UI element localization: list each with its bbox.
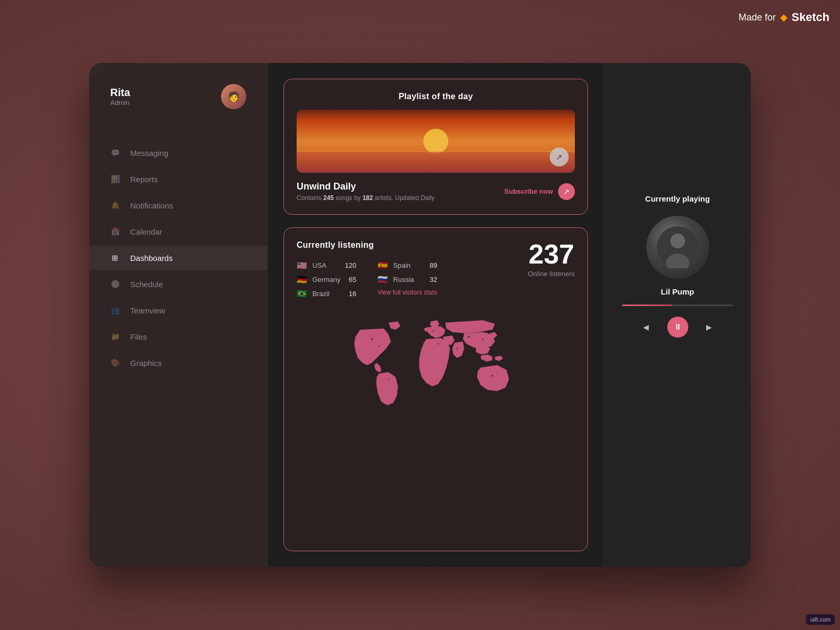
flag-brazil: 🇧🇷: [297, 289, 307, 299]
playlist-info: Unwind Daily Contains 245 songs by 182 a…: [297, 181, 575, 202]
schedule-icon: 🕐: [110, 279, 120, 289]
user-role: Admin: [110, 99, 215, 107]
sidebar-item-graphics[interactable]: 🎨 Graphics: [89, 351, 267, 375]
svg-point-5: [379, 345, 380, 347]
country-count-russia: 32: [429, 276, 437, 284]
sidebar-label-notifications: Notifications: [130, 201, 173, 210]
album-art-inner: [646, 216, 709, 279]
country-name-usa: USA: [312, 261, 340, 269]
playlist-card-title: Playlist of the day: [297, 92, 575, 101]
playlist-name: Unwind Daily: [297, 181, 435, 192]
meta-suffix: artists. Updated Daily: [373, 194, 434, 202]
subscribe-area: Subscribe now ↗: [505, 183, 575, 200]
sidebar-item-schedule[interactable]: 🕐 Schedule: [89, 272, 267, 296]
prev-button[interactable]: ◀: [638, 319, 655, 335]
sketch-name: Sketch: [792, 10, 830, 24]
sidebar-label-files: Files: [130, 332, 147, 341]
country-name-spain: Spain: [393, 261, 424, 269]
subscribe-text[interactable]: Subscribe now: [505, 187, 553, 195]
svg-point-11: [456, 348, 458, 350]
flag-spain: 🇪🇸: [377, 260, 388, 270]
listening-card-title: Currently listening: [297, 240, 437, 250]
calendar-icon: 📅: [110, 227, 120, 236]
next-button[interactable]: ▶: [701, 319, 718, 335]
dashboards-icon: ⊞: [110, 253, 120, 262]
svg-point-1: [423, 129, 448, 154]
subscribe-button[interactable]: ↗: [558, 183, 575, 200]
view-stats-link[interactable]: View full visitors stats: [377, 289, 437, 296]
online-count: 237 Online listeners: [528, 240, 575, 278]
share-button[interactable]: ↗: [550, 148, 569, 166]
sidebar-item-reports[interactable]: 📊 Reports: [89, 167, 267, 191]
track-name: Lil Pump: [617, 287, 738, 296]
country-count-spain: 89: [429, 261, 437, 269]
sidebar-label-dashboards: Dashboards: [130, 254, 173, 262]
online-number: 237: [528, 240, 575, 268]
album-art-svg: [657, 226, 699, 268]
made-for-text: Made for: [739, 12, 776, 23]
sidebar-label-graphics: Graphics: [130, 359, 162, 368]
sidebar-label-messaging: Messaging: [130, 149, 169, 158]
playlist-details: Unwind Daily Contains 245 songs by 182 a…: [297, 181, 435, 202]
stats-countries: Currently listening 🇺🇸 USA 120 🇩🇪 German…: [297, 240, 437, 309]
right-panel: Currently playing Lil Pump ◀ ⏸ ▶: [604, 63, 751, 567]
sunset-image: [297, 110, 575, 173]
main-card: Rita Admin 🧑 💬 Messaging 📊 Reports 🔔 Not…: [89, 63, 751, 567]
country-row-brazil: 🇧🇷 Brazil 16: [297, 287, 356, 301]
sidebar-item-files[interactable]: 📁 Files: [89, 324, 267, 349]
watermark-text: ui8.com: [810, 616, 831, 623]
sidebar-item-messaging[interactable]: 💬 Messaging: [89, 141, 267, 165]
playlist-image-bg: [297, 110, 575, 173]
files-icon: 📁: [110, 332, 120, 341]
pause-button[interactable]: ⏸: [667, 317, 688, 338]
flag-russia: 🇷🇺: [377, 275, 388, 285]
user-name: Rita: [110, 87, 215, 99]
country-name-russia: Russia: [393, 276, 424, 284]
svg-point-7: [437, 343, 439, 345]
meta-prefix: Contains: [297, 194, 323, 202]
sidebar-navigation: 💬 Messaging 📊 Reports 🔔 Notifications 📅 …: [89, 141, 267, 375]
world-map: [297, 316, 575, 410]
meta-middle: songs by: [334, 194, 363, 202]
album-art: [646, 216, 709, 279]
watermark: ui8.com: [806, 614, 835, 625]
svg-point-8: [468, 336, 470, 338]
reports-icon: 📊: [110, 174, 120, 184]
country-row-usa: 🇺🇸 USA 120: [297, 258, 356, 272]
sidebar-item-calendar[interactable]: 📅 Calendar: [89, 219, 267, 244]
playlist-image: ↗: [297, 110, 575, 173]
playlist-meta: Contains 245 songs by 182 artists. Updat…: [297, 194, 435, 202]
song-count: 245: [323, 194, 334, 202]
country-row-spain: 🇪🇸 Spain 89: [377, 258, 437, 272]
graphics-icon: 🎨: [110, 358, 120, 368]
user-profile: Rita Admin 🧑: [89, 84, 267, 109]
country-count-brazil: 16: [349, 290, 356, 298]
main-content: Playlist of the day: [268, 63, 604, 567]
svg-point-14: [670, 234, 685, 248]
progress-fill: [622, 304, 672, 306]
country-row-russia: 🇷🇺 Russia 32: [377, 272, 437, 287]
flag-germany: 🇩🇪: [297, 275, 307, 285]
sidebar-label-teamview: Teamview: [130, 306, 165, 315]
sidebar-item-dashboards[interactable]: ⊞ Dashboards: [89, 246, 267, 270]
sidebar-label-reports: Reports: [130, 175, 158, 184]
listening-card: Currently listening 🇺🇸 USA 120 🇩🇪 German…: [284, 227, 588, 551]
avatar: 🧑: [221, 84, 246, 109]
stats-header: Currently listening 🇺🇸 USA 120 🇩🇪 German…: [297, 240, 575, 309]
svg-point-4: [371, 338, 373, 340]
country-count-usa: 120: [345, 261, 356, 269]
sketch-badge: Made for ◆ Sketch: [739, 10, 830, 24]
teamview-icon: 👥: [110, 306, 120, 315]
sketch-logo: ◆: [780, 12, 788, 23]
player-controls: ◀ ⏸ ▶: [617, 317, 738, 338]
svg-point-9: [482, 339, 484, 340]
svg-point-10: [491, 375, 494, 377]
sidebar-label-schedule: Schedule: [130, 280, 163, 289]
progress-bar[interactable]: [622, 304, 733, 306]
country-name-germany: Germany: [312, 276, 343, 284]
sidebar-item-teamview[interactable]: 👥 Teamview: [89, 298, 267, 322]
country-row-germany: 🇩🇪 Germany 65: [297, 272, 356, 287]
sidebar-item-notifications[interactable]: 🔔 Notifications: [89, 193, 267, 217]
world-map-svg: [297, 316, 575, 410]
flag-usa: 🇺🇸: [297, 260, 307, 270]
